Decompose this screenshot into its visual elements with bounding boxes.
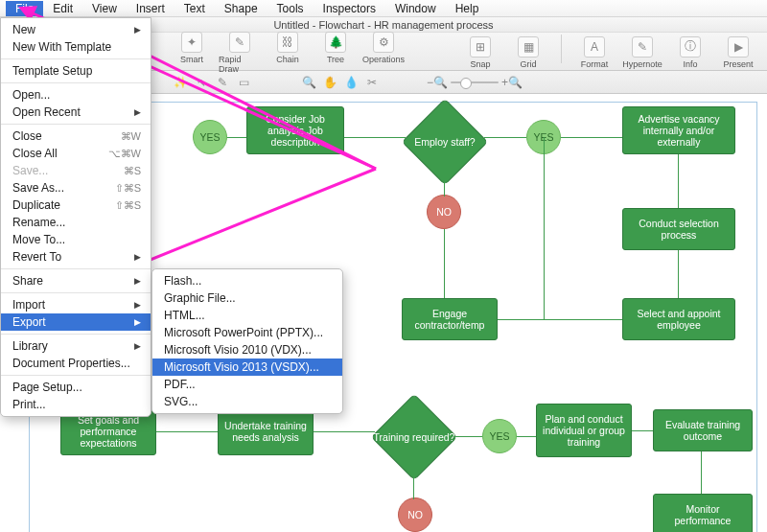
- file-menu-item-save[interactable]: Save...⌘S: [1, 162, 151, 179]
- toolbar-smart[interactable]: ✦Smart: [171, 30, 213, 64]
- file-menu-item-save-as[interactable]: Save As...⇧⌘S: [1, 179, 151, 197]
- export-submenu: Flash...Graphic File...HTML...Microsoft …: [151, 268, 343, 414]
- node-employ-staff[interactable]: Employ staff?: [402, 99, 488, 185]
- export-item-microsoft-visio-2010-vdx[interactable]: Microsoft Visio 2010 (VDX)...: [152, 341, 342, 359]
- info-icon: ⓘ: [680, 36, 701, 58]
- crop-icon[interactable]: ✂: [364, 75, 380, 90]
- toolbar-operations[interactable]: ⚙Operations: [362, 30, 405, 64]
- file-menu-item-open[interactable]: Open...: [1, 86, 151, 104]
- toolbar-hypernote[interactable]: ✎Hypernote: [621, 35, 663, 69]
- menu-inspectors[interactable]: Inspectors: [314, 1, 385, 16]
- menu-insert[interactable]: Insert: [127, 1, 174, 16]
- toolbar-grid[interactable]: ▦Grid: [507, 35, 549, 69]
- menu-edit[interactable]: Edit: [43, 1, 82, 16]
- node-undertake[interactable]: Undertake training needs analysis: [218, 407, 314, 455]
- grid-icon: ▦: [518, 36, 539, 58]
- file-menu-item-page-setup[interactable]: Page Setup...: [1, 379, 151, 396]
- file-menu-item-share[interactable]: Share▶: [1, 272, 151, 289]
- zoom-in2-icon[interactable]: +🔍: [504, 75, 520, 90]
- shape-icon[interactable]: ▭: [236, 75, 251, 90]
- node-conduct-selection[interactable]: Conduct selection process: [622, 208, 735, 250]
- export-item-html[interactable]: HTML...: [152, 307, 342, 324]
- file-menu-item-export[interactable]: Export▶: [1, 313, 151, 331]
- smart-icon: ✦: [181, 32, 202, 53]
- node-yes-1[interactable]: YES: [193, 120, 227, 154]
- export-item-pdf[interactable]: PDF...: [152, 376, 342, 393]
- node-no-2[interactable]: NO: [398, 497, 432, 532]
- present-icon: ▶: [728, 36, 749, 58]
- file-menu-dropdown: New▶New With TemplateTemplate SetupOpen.…: [0, 17, 151, 417]
- toolbar-format[interactable]: AFormat: [573, 35, 616, 69]
- format-icon: A: [584, 36, 605, 58]
- file-menu-item-new[interactable]: New▶: [1, 21, 151, 38]
- export-item-svg[interactable]: SVG...: [152, 393, 342, 410]
- export-item-microsoft-powerpoint-pptx[interactable]: Microsoft PowerPoint (PPTX)...: [152, 324, 342, 341]
- file-menu-item-document-properties[interactable]: Document Properties...: [1, 355, 151, 372]
- operations-icon: ⚙: [373, 32, 394, 53]
- zoom-in-icon[interactable]: 🔍: [301, 75, 316, 90]
- node-training-required[interactable]: Training required?: [371, 394, 457, 480]
- file-menu-item-duplicate[interactable]: Duplicate⇧⌘S: [1, 197, 151, 214]
- toolbar-rapid-draw[interactable]: ✎Rapid Draw: [219, 30, 261, 74]
- node-select-employee[interactable]: Select and appoint employee: [622, 298, 735, 340]
- zoom-out-icon[interactable]: −🔍: [430, 75, 445, 90]
- pen-icon[interactable]: ✎: [215, 75, 230, 90]
- file-menu-item-template-setup[interactable]: Template Setup: [1, 62, 151, 80]
- node-plan-conduct[interactable]: Plan and conduct individual or group tra…: [536, 404, 632, 457]
- menubar: File Edit View Insert Text Shape Tools I…: [0, 0, 767, 17]
- file-menu-item-import[interactable]: Import▶: [1, 296, 151, 313]
- menu-tools[interactable]: Tools: [267, 1, 314, 16]
- toolbar-tree[interactable]: 🌲Tree: [314, 30, 357, 64]
- file-menu-item-library[interactable]: Library▶: [1, 337, 151, 355]
- tree-icon: 🌲: [325, 32, 346, 53]
- toolbar-present[interactable]: ▶Present: [717, 35, 759, 69]
- rapid-draw-icon: ✎: [229, 32, 250, 53]
- menu-view[interactable]: View: [82, 1, 127, 16]
- snap-icon: ⊞: [470, 36, 491, 58]
- chain-icon: ⛓: [277, 32, 298, 53]
- toolbar-snap[interactable]: ⊞Snap: [459, 35, 501, 69]
- eyedropper-icon[interactable]: 💧: [343, 75, 359, 90]
- menu-window[interactable]: Window: [385, 1, 446, 16]
- menu-text[interactable]: Text: [174, 1, 215, 16]
- export-item-flash[interactable]: Flash...: [152, 272, 342, 289]
- hypernote-icon: ✎: [632, 36, 653, 58]
- export-item-graphic-file[interactable]: Graphic File...: [152, 289, 342, 307]
- pointer-icon[interactable]: ↖: [194, 75, 209, 90]
- file-menu-item-revert-to[interactable]: Revert To▶: [1, 248, 151, 266]
- export-item-microsoft-visio-2013-vsdx[interactable]: Microsoft Visio 2013 (VSDX)...: [152, 359, 342, 376]
- file-menu-item-move-to[interactable]: Move To...: [1, 231, 151, 248]
- node-engage[interactable]: Engage contractor/temp: [402, 298, 498, 340]
- file-menu-item-open-recent[interactable]: Open Recent▶: [1, 104, 151, 121]
- node-no-1[interactable]: NO: [427, 195, 461, 229]
- node-consider[interactable]: Consider Job analysis Job description: [246, 106, 344, 154]
- file-menu-item-print[interactable]: Print...: [1, 396, 151, 413]
- menu-shape[interactable]: Shape: [215, 1, 267, 16]
- file-menu-item-close[interactable]: Close⌘W: [1, 127, 151, 145]
- zoom-slider[interactable]: [451, 81, 499, 83]
- toolbar-info[interactable]: ⓘInfo: [669, 35, 711, 69]
- file-menu-item-close-all[interactable]: Close All⌥⌘W: [1, 145, 151, 162]
- hand-icon[interactable]: ✋: [322, 75, 337, 90]
- node-evaluate[interactable]: Evaluate training outcome: [653, 409, 753, 451]
- node-monitor[interactable]: Monitor performance: [653, 494, 753, 532]
- node-yes-3[interactable]: YES: [482, 419, 517, 453]
- menu-file[interactable]: File: [6, 1, 43, 16]
- file-menu-item-new-with-template[interactable]: New With Template: [1, 38, 151, 56]
- menu-help[interactable]: Help: [446, 1, 489, 16]
- node-advertise[interactable]: Advertise vacancy internally and/or exte…: [622, 106, 735, 154]
- toolbar-chain[interactable]: ⛓Chain: [267, 30, 309, 64]
- file-menu-item-rename[interactable]: Rename...: [1, 214, 151, 231]
- wand-icon[interactable]: ✨: [173, 75, 188, 90]
